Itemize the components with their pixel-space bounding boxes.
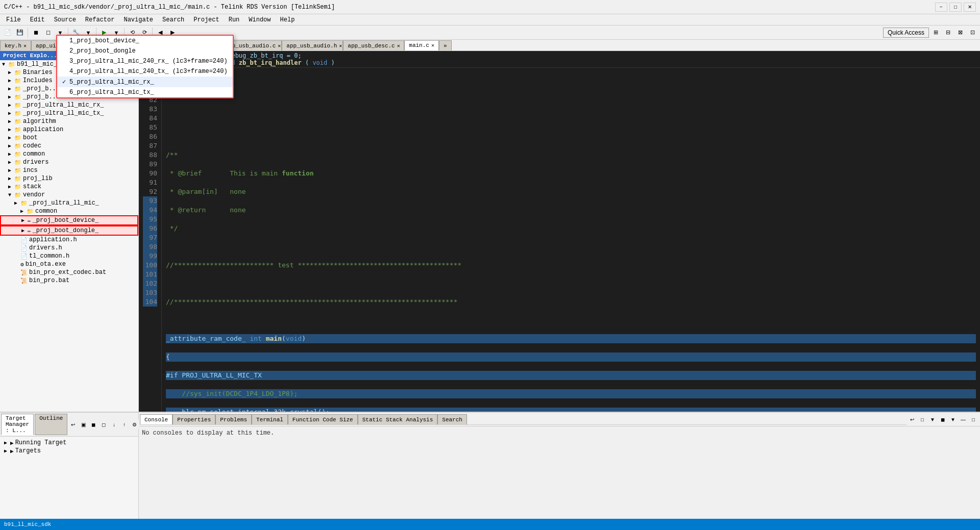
tree-label: bin_ota.exe (26, 261, 66, 268)
console-tab-console[interactable]: Console (140, 414, 173, 424)
tm-tab-outline[interactable]: Outline (35, 414, 67, 435)
linenum-104: 104 (143, 297, 157, 307)
tree-item-proj-ultra-tx[interactable]: ▶ 📁 _proj_ultra_ll_mic_tx_ (0, 109, 138, 117)
tm-label: Targets (15, 447, 41, 455)
close-button[interactable]: ✕ (964, 3, 976, 12)
dropdown-item-5[interactable]: ✓5_proj_ultra_ll_mic_rx_ (57, 77, 233, 87)
toolbar-btn-1[interactable]: ◼ (30, 27, 41, 38)
code-line-87: */ (166, 224, 976, 233)
console-tab-terminal[interactable]: Terminal (252, 414, 288, 424)
tab-close-appusbac[interactable]: ✕ (278, 43, 281, 49)
menu-file[interactable]: File (2, 15, 25, 24)
minimize-button[interactable]: − (935, 3, 947, 12)
con-minimize[interactable]: — (959, 415, 968, 424)
console-tab-problems[interactable]: Problems (215, 414, 252, 424)
console-tab-properties[interactable]: Properties (173, 414, 215, 424)
quick-access-button[interactable]: Quick Access (883, 28, 929, 38)
tree-item-vendor[interactable]: ▼ 📁 vendor (0, 191, 138, 199)
tree-item-binprobat[interactable]: 📜 bin_pro.bat (0, 276, 138, 285)
con-btn-4[interactable]: ◼ (938, 415, 947, 424)
con-maximize[interactable]: □ (969, 415, 978, 424)
tm-btn-7[interactable]: ⚙ (130, 420, 139, 429)
toolbar-view-4[interactable]: ⊡ (967, 27, 978, 38)
console-tab-funcsize[interactable]: Function Code Size (288, 414, 358, 424)
menu-source[interactable]: Source (50, 15, 80, 24)
tab-more[interactable]: » (439, 40, 452, 51)
tree-item-application[interactable]: ▶ 📁 application (0, 125, 138, 134)
tree-item-drivers[interactable]: ▶ 📁 drivers (0, 158, 138, 166)
tree-item-applicationh[interactable]: 📄 application.h (0, 236, 138, 244)
code-line-90 (166, 279, 976, 288)
con-btn-1[interactable]: ↩ (908, 415, 917, 424)
tree-item-incs[interactable]: ▶ 📁 incs (0, 166, 138, 174)
tm-btn-1[interactable]: ↩ (68, 420, 78, 429)
toolbar-view-3[interactable]: ⊠ (954, 27, 966, 38)
tab-keyh[interactable]: key.h ✕ (0, 40, 31, 51)
tree-item-boot[interactable]: ▶ 📁 boot (0, 134, 138, 142)
con-btn-5[interactable]: ▼ (948, 415, 958, 424)
tree-item-proj-ultra-mic[interactable]: ▶ 📁 _proj_ultra_ll_mic_ (0, 199, 138, 207)
menu-refactor[interactable]: Refactor (81, 15, 119, 24)
tm-btn-4[interactable]: ◻ (99, 420, 108, 429)
toolbar-btn-2[interactable]: ◻ (42, 27, 54, 38)
dropdown-item-6[interactable]: 6_proj_ultra_ll_mic_tx_ (57, 87, 233, 97)
tree-item-binotaexe[interactable]: ⚙️ bin_ota.exe (0, 260, 138, 268)
tree-item-projlib[interactable]: ▶ 📁 proj_lib (0, 174, 138, 183)
menu-window[interactable]: Window (244, 15, 275, 24)
dropdown-item-1[interactable]: 1_proj_boot_device_ (57, 36, 233, 46)
tm-btn-6[interactable]: ↑ (119, 420, 129, 429)
bat-icon: 📜 (20, 277, 28, 284)
tree-item-boot-dongle[interactable]: ▶ ✏️ _proj_boot_dongle_ (0, 225, 138, 236)
tab-appusbah[interactable]: app_usb_audio.h ✕ (282, 40, 343, 51)
tab-mainc[interactable]: main.c ✕ (404, 40, 439, 51)
tab-close-keyh[interactable]: ✕ (23, 43, 27, 49)
check-icon-3 (62, 58, 69, 65)
toolbar-view-2[interactable]: ⊟ (942, 27, 953, 38)
tree-item-driversh[interactable]: 📄 drivers.h (0, 244, 138, 252)
tm-running-target[interactable]: ▶ ▶ Running Target (2, 439, 136, 447)
tm-btn-3[interactable]: ◼ (89, 420, 98, 429)
menu-search[interactable]: Search (158, 15, 188, 24)
new-button[interactable]: 📄 (2, 27, 13, 38)
tm-targets[interactable]: ▶ ▶ Targets (2, 447, 136, 455)
tab-close-mainc[interactable]: ✕ (431, 42, 434, 48)
maximize-button[interactable]: □ (949, 3, 962, 12)
tree-item-codec[interactable]: ▶ 📁 codec (0, 142, 138, 150)
menu-help[interactable]: Help (276, 15, 299, 24)
tree-item-common[interactable]: ▶ 📁 common (0, 150, 138, 158)
tree-item-tlcommonh[interactable]: 📄 tl_common.h (0, 252, 138, 260)
console-tab-search[interactable]: Search (437, 414, 467, 424)
menu-navigate[interactable]: Navigate (119, 15, 157, 24)
menu-project[interactable]: Project (189, 15, 223, 24)
arrow-icon: ▶ (21, 217, 28, 223)
con-btn-3[interactable]: ▼ (928, 415, 937, 424)
tree-item-algorithm[interactable]: ▶ 📁 algorithm (0, 117, 138, 125)
menu-run[interactable]: Run (225, 15, 244, 24)
arrow-icon: ▶ (8, 127, 14, 133)
tree-label: common (35, 208, 57, 215)
tab-appusbdescc[interactable]: app_usb_desc.c ✕ (343, 40, 404, 51)
tree-item-boot-device[interactable]: ▶ ✏️ _proj_boot_device_ (0, 215, 138, 225)
dropdown-item-3[interactable]: 3_proj_ultra_ll_mic_240_rx_ (lc3+frame=2… (57, 56, 233, 66)
toolbar-view-1[interactable]: ⊞ (930, 27, 941, 38)
con-btn-2[interactable]: □ (918, 415, 927, 424)
tab-close-appusbdescc[interactable]: ✕ (397, 43, 400, 49)
dropdown-item-4[interactable]: 4_proj_ultra_ll_mic_240_tx_ (lc3+frame=2… (57, 66, 233, 77)
dropdown-item-2[interactable]: 2_proj_boot_dongle (57, 46, 233, 56)
tab-close-appusbah[interactable]: ✕ (339, 43, 342, 49)
console-btns: ↩ □ ▼ ◼ ▼ — □ (906, 414, 979, 425)
tree-item-binproextcodec[interactable]: 📜 bin_pro_ext_codec.bat (0, 268, 138, 276)
tm-btn-5[interactable]: ↓ (109, 420, 118, 429)
save-button[interactable]: 💾 (14, 27, 26, 38)
tree-item-vendor-common[interactable]: ▶ 📁 common (0, 207, 138, 215)
code-editor[interactable]: 79 80 81 82 83 84 85 86 87 88 89 90 91 9… (139, 68, 980, 412)
code-line-92 (166, 316, 976, 325)
menu-edit[interactable]: Edit (26, 15, 49, 24)
tree-item-proj-ultra-rx[interactable]: ▶ 📁 _proj_ultra_ll_mic_rx_ (0, 101, 138, 109)
tm-tab-manager[interactable]: Target Manager : L... (1, 414, 34, 435)
tm-btn-2[interactable]: ▣ (79, 420, 88, 429)
console-tab-stack[interactable]: Static Stack Analysis (358, 414, 438, 424)
code-content[interactable]: /** * @brief This is main function * @pa… (162, 68, 980, 412)
check-icon-6 (62, 89, 69, 96)
tree-item-stack[interactable]: ▶ 📁 stack (0, 183, 138, 191)
